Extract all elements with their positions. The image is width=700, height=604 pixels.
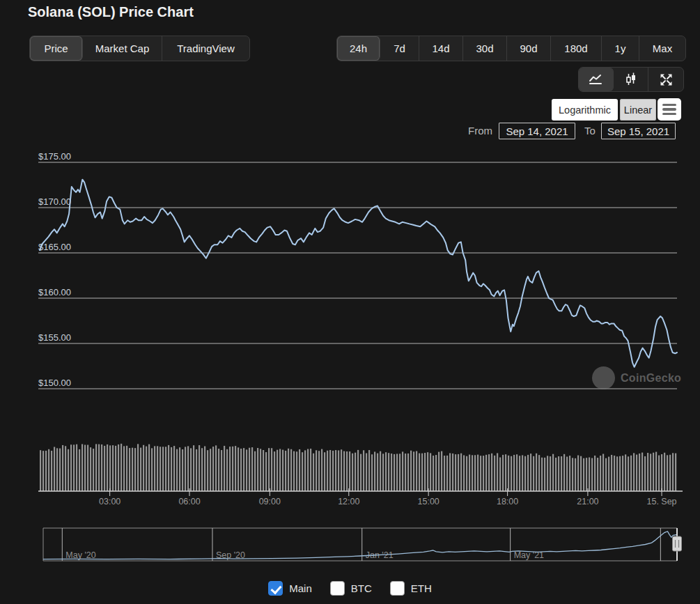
main-checkbox[interactable] [268, 581, 283, 596]
x-axis-label: 18:00 [497, 497, 518, 506]
navigator-handle[interactable] [673, 536, 682, 551]
volume-bars [40, 444, 676, 491]
x-axis-label: 03:00 [99, 497, 120, 506]
x-axis-label: 15. Sep [646, 497, 676, 506]
x-axis-label: 15:00 [418, 497, 440, 506]
y-axis-label: $160.00 [38, 287, 71, 297]
navigator[interactable]: May '20Sep '20Jan '21May '21 [43, 528, 682, 561]
price-chart[interactable]: $175.00$170.00$165.00$160.00$155.00$150.… [0, 0, 700, 604]
series-toggle-btc[interactable]: BTC [330, 581, 372, 596]
eth-checkbox[interactable] [390, 581, 405, 596]
series-toggle-main[interactable]: Main [268, 581, 312, 596]
toggle-label: BTC [351, 582, 372, 594]
y-axis-label: $170.00 [38, 196, 71, 207]
solana-price-chart-page: Solana (SOL) Price Chart PriceMarket Cap… [0, 0, 700, 604]
x-axis-label: 06:00 [178, 497, 200, 506]
y-axis-label: $175.00 [38, 151, 71, 162]
x-axis-label: 09:00 [259, 497, 281, 506]
y-axis-label: $150.00 [38, 378, 71, 388]
toggle-label: ETH [411, 582, 432, 594]
x-axis-label: 21:00 [577, 497, 598, 506]
btc-checkbox[interactable] [330, 581, 345, 596]
toggle-label: Main [289, 582, 312, 594]
y-axis-label: $155.00 [38, 332, 71, 343]
x-axis-label: 12:00 [338, 497, 359, 506]
series-toggle-eth[interactable]: ETH [390, 581, 432, 596]
series-toggle-row: MainBTCETH [0, 581, 700, 596]
navigator-line [43, 532, 677, 559]
